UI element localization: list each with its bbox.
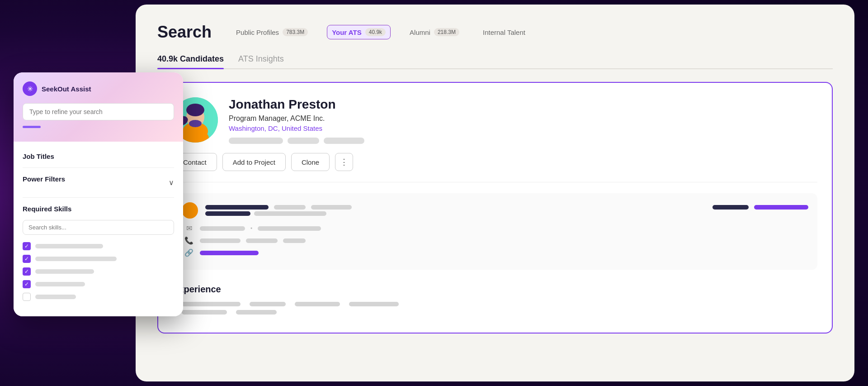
job-titles-label: Job Titles: [23, 152, 174, 160]
more-button[interactable]: ⋮: [335, 153, 353, 171]
contact-info-placeholder-2: [311, 205, 352, 210]
contact-line-2-a: [205, 211, 250, 216]
divider-1: [23, 167, 174, 168]
nav-public-profiles[interactable]: Public Profiles 783.3M: [231, 25, 312, 39]
profile-card: Jonathan Preston Program Manager, ACME I…: [157, 82, 833, 334]
nav-alumni-label: Alumni: [410, 29, 430, 36]
tabs-row: 40.9k Candidates ATS Insights: [157, 54, 833, 69]
experience-title: Experience: [173, 284, 817, 295]
contact-name-placeholder: [205, 205, 269, 210]
nav-alumni-badge: 218.3M: [434, 28, 459, 36]
checkbox-3[interactable]: ✓: [23, 267, 31, 276]
contact-section: ✉ • 📞 🔗: [173, 193, 817, 270]
checkbox-5[interactable]: [23, 293, 31, 301]
power-filters-row[interactable]: Power Filters ∨: [23, 175, 174, 190]
checkbox-4[interactable]: ✓: [23, 280, 31, 288]
checkbox-label-3: [35, 269, 94, 274]
checkbox-row-3[interactable]: ✓: [23, 267, 174, 276]
phone-icon: 📞: [184, 236, 194, 245]
svg-point-4: [186, 104, 204, 116]
nav-internal-talent-label: Internal Talent: [483, 29, 525, 36]
nav-your-ats-badge: 40.9k: [365, 28, 386, 36]
nav-your-ats-label: Your ATS: [332, 29, 362, 36]
contact-info-placeholder-1: [274, 205, 306, 210]
exp-row-1: [173, 302, 817, 306]
profile-header: Jonathan Preston Program Manager, ACME I…: [173, 97, 817, 144]
contact-avatar-icon: [182, 202, 198, 219]
skills-search-input[interactable]: [23, 220, 174, 235]
tag-pill-1: [229, 138, 283, 144]
tag-pill-2: [288, 138, 319, 144]
checkbox-label-5: [35, 295, 76, 299]
sidebar-drag-handle: [23, 126, 41, 128]
checkbox-1[interactable]: ✓: [23, 242, 31, 250]
svg-point-5: [189, 120, 202, 127]
email-placeholder-1: [200, 226, 245, 231]
nav-internal-talent[interactable]: Internal Talent: [478, 26, 530, 39]
chevron-down-icon: ∨: [169, 178, 174, 187]
phone-placeholder-2: [246, 238, 278, 243]
brand-name: SeekOut Assist: [42, 85, 91, 93]
tab-candidates[interactable]: 40.9k Candidates: [157, 54, 224, 68]
candidate-tags: [229, 138, 817, 144]
checkbox-row-4[interactable]: ✓: [23, 280, 174, 288]
sidebar-search-input[interactable]: [23, 103, 174, 120]
phone-placeholder-1: [200, 238, 241, 243]
sidebar-panel: ✳ SeekOut Assist Job Titles Power Filter…: [14, 72, 183, 316]
contact-line-1: [205, 205, 808, 210]
nav-alumni[interactable]: Alumni 218.3M: [405, 25, 464, 39]
link-icon: 🔗: [184, 248, 194, 257]
contact-email-row: ✉ •: [182, 224, 808, 233]
experience-section: Experience: [173, 281, 817, 315]
exp-row-2: [173, 310, 817, 315]
contact-purple-bar: [754, 205, 808, 210]
contact-info-placeholder-3: [712, 205, 749, 210]
checkbox-row-1[interactable]: ✓: [23, 242, 174, 250]
candidate-location: Washington, DC, United States: [229, 124, 817, 132]
sidebar-body: Job Titles Power Filters ∨ Required Skil…: [14, 142, 183, 316]
checkbox-label-4: [35, 282, 85, 286]
profile-info: Jonathan Preston Program Manager, ACME I…: [229, 97, 817, 144]
tab-ats-insights[interactable]: ATS Insights: [238, 54, 284, 68]
power-filters-label: Power Filters: [23, 175, 65, 183]
checkbox-label-1: [35, 244, 103, 248]
candidate-title: Program Manager, ACME Inc.: [229, 114, 817, 123]
link-placeholder: [200, 251, 259, 255]
main-card: Search Public Profiles 783.3M Your ATS 4…: [136, 5, 854, 381]
checkbox-label-2: [35, 257, 117, 261]
contact-line-2: [205, 211, 808, 216]
divider-2: [23, 197, 174, 198]
nav-your-ats[interactable]: Your ATS 40.9k: [327, 25, 391, 39]
page-title: Search: [157, 23, 212, 42]
email-placeholder-2: [258, 226, 321, 231]
checkbox-row-2[interactable]: ✓: [23, 255, 174, 263]
nav-public-profiles-badge: 783.3M: [283, 28, 308, 36]
email-icon: ✉: [184, 224, 194, 233]
sidebar-header: ✳ SeekOut Assist: [14, 72, 183, 142]
checkbox-row-5[interactable]: [23, 293, 174, 301]
action-buttons: Contact Add to Project Clone ⋮: [173, 153, 817, 182]
checkbox-2[interactable]: ✓: [23, 255, 31, 263]
contact-link-row: 🔗: [182, 248, 808, 257]
top-nav: Search Public Profiles 783.3M Your ATS 4…: [157, 23, 833, 42]
contact-phone-row: 📞: [182, 236, 808, 245]
brand-icon: ✳: [23, 81, 37, 96]
nav-public-profiles-label: Public Profiles: [236, 29, 279, 36]
required-skills-label: Required Skills: [23, 205, 174, 213]
clone-button[interactable]: Clone: [291, 153, 330, 171]
contact-text-group: [205, 205, 808, 216]
tag-pill-3: [324, 138, 364, 144]
sidebar-brand: ✳ SeekOut Assist: [23, 81, 174, 96]
add-to-project-button[interactable]: Add to Project: [222, 153, 286, 171]
contact-main-row: [182, 202, 808, 219]
candidate-name: Jonathan Preston: [229, 97, 817, 112]
phone-placeholder-3: [283, 238, 306, 243]
contact-line-2-b: [254, 211, 326, 216]
